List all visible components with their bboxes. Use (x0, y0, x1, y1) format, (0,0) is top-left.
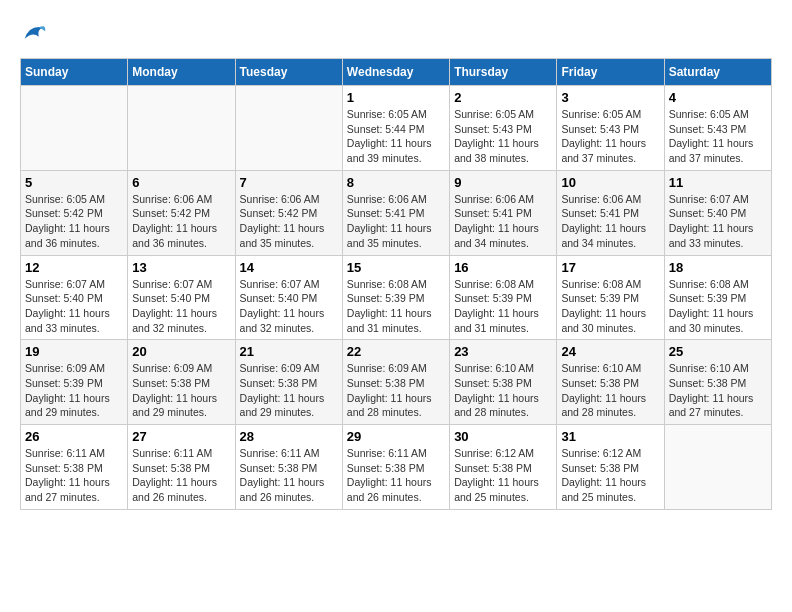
calendar-cell: 7Sunrise: 6:06 AMSunset: 5:42 PMDaylight… (235, 170, 342, 255)
day-number: 23 (454, 344, 552, 359)
day-number: 30 (454, 429, 552, 444)
day-number: 12 (25, 260, 123, 275)
day-info: Sunrise: 6:12 AMSunset: 5:38 PMDaylight:… (454, 446, 552, 505)
day-info: Sunrise: 6:11 AMSunset: 5:38 PMDaylight:… (347, 446, 445, 505)
calendar-week-4: 19Sunrise: 6:09 AMSunset: 5:39 PMDayligh… (21, 340, 772, 425)
day-number: 20 (132, 344, 230, 359)
calendar-table: SundayMondayTuesdayWednesdayThursdayFrid… (20, 58, 772, 510)
day-info: Sunrise: 6:07 AMSunset: 5:40 PMDaylight:… (669, 192, 767, 251)
weekday-header-thursday: Thursday (450, 59, 557, 86)
day-number: 24 (561, 344, 659, 359)
day-info: Sunrise: 6:10 AMSunset: 5:38 PMDaylight:… (561, 361, 659, 420)
day-info: Sunrise: 6:09 AMSunset: 5:38 PMDaylight:… (132, 361, 230, 420)
day-number: 31 (561, 429, 659, 444)
day-info: Sunrise: 6:05 AMSunset: 5:43 PMDaylight:… (669, 107, 767, 166)
day-number: 2 (454, 90, 552, 105)
day-number: 5 (25, 175, 123, 190)
calendar-cell: 11Sunrise: 6:07 AMSunset: 5:40 PMDayligh… (664, 170, 771, 255)
day-info: Sunrise: 6:05 AMSunset: 5:42 PMDaylight:… (25, 192, 123, 251)
day-number: 18 (669, 260, 767, 275)
day-number: 25 (669, 344, 767, 359)
calendar-cell (21, 86, 128, 171)
day-info: Sunrise: 6:11 AMSunset: 5:38 PMDaylight:… (132, 446, 230, 505)
calendar-cell (235, 86, 342, 171)
day-number: 6 (132, 175, 230, 190)
day-info: Sunrise: 6:07 AMSunset: 5:40 PMDaylight:… (132, 277, 230, 336)
day-info: Sunrise: 6:08 AMSunset: 5:39 PMDaylight:… (347, 277, 445, 336)
day-number: 9 (454, 175, 552, 190)
day-number: 1 (347, 90, 445, 105)
day-info: Sunrise: 6:08 AMSunset: 5:39 PMDaylight:… (669, 277, 767, 336)
weekday-header-saturday: Saturday (664, 59, 771, 86)
day-number: 3 (561, 90, 659, 105)
calendar-cell: 25Sunrise: 6:10 AMSunset: 5:38 PMDayligh… (664, 340, 771, 425)
calendar-cell: 8Sunrise: 6:06 AMSunset: 5:41 PMDaylight… (342, 170, 449, 255)
day-info: Sunrise: 6:06 AMSunset: 5:42 PMDaylight:… (240, 192, 338, 251)
calendar-cell: 13Sunrise: 6:07 AMSunset: 5:40 PMDayligh… (128, 255, 235, 340)
day-info: Sunrise: 6:10 AMSunset: 5:38 PMDaylight:… (454, 361, 552, 420)
calendar-cell: 4Sunrise: 6:05 AMSunset: 5:43 PMDaylight… (664, 86, 771, 171)
calendar-cell: 12Sunrise: 6:07 AMSunset: 5:40 PMDayligh… (21, 255, 128, 340)
day-info: Sunrise: 6:08 AMSunset: 5:39 PMDaylight:… (561, 277, 659, 336)
calendar-cell: 31Sunrise: 6:12 AMSunset: 5:38 PMDayligh… (557, 425, 664, 510)
calendar-cell (664, 425, 771, 510)
calendar-week-1: 1Sunrise: 6:05 AMSunset: 5:44 PMDaylight… (21, 86, 772, 171)
logo-bird-icon (20, 20, 48, 48)
day-number: 17 (561, 260, 659, 275)
calendar-cell: 2Sunrise: 6:05 AMSunset: 5:43 PMDaylight… (450, 86, 557, 171)
day-info: Sunrise: 6:10 AMSunset: 5:38 PMDaylight:… (669, 361, 767, 420)
day-info: Sunrise: 6:07 AMSunset: 5:40 PMDaylight:… (240, 277, 338, 336)
calendar-cell: 14Sunrise: 6:07 AMSunset: 5:40 PMDayligh… (235, 255, 342, 340)
calendar-cell: 5Sunrise: 6:05 AMSunset: 5:42 PMDaylight… (21, 170, 128, 255)
calendar-cell: 6Sunrise: 6:06 AMSunset: 5:42 PMDaylight… (128, 170, 235, 255)
day-info: Sunrise: 6:09 AMSunset: 5:38 PMDaylight:… (240, 361, 338, 420)
calendar-cell: 21Sunrise: 6:09 AMSunset: 5:38 PMDayligh… (235, 340, 342, 425)
calendar-cell: 3Sunrise: 6:05 AMSunset: 5:43 PMDaylight… (557, 86, 664, 171)
day-info: Sunrise: 6:06 AMSunset: 5:42 PMDaylight:… (132, 192, 230, 251)
calendar-cell: 27Sunrise: 6:11 AMSunset: 5:38 PMDayligh… (128, 425, 235, 510)
calendar-cell: 20Sunrise: 6:09 AMSunset: 5:38 PMDayligh… (128, 340, 235, 425)
day-number: 11 (669, 175, 767, 190)
day-info: Sunrise: 6:06 AMSunset: 5:41 PMDaylight:… (347, 192, 445, 251)
calendar-cell: 29Sunrise: 6:11 AMSunset: 5:38 PMDayligh… (342, 425, 449, 510)
logo (20, 20, 52, 48)
calendar-cell: 10Sunrise: 6:06 AMSunset: 5:41 PMDayligh… (557, 170, 664, 255)
day-info: Sunrise: 6:11 AMSunset: 5:38 PMDaylight:… (240, 446, 338, 505)
day-info: Sunrise: 6:07 AMSunset: 5:40 PMDaylight:… (25, 277, 123, 336)
day-info: Sunrise: 6:05 AMSunset: 5:44 PMDaylight:… (347, 107, 445, 166)
day-number: 26 (25, 429, 123, 444)
day-number: 29 (347, 429, 445, 444)
day-number: 7 (240, 175, 338, 190)
weekday-header-friday: Friday (557, 59, 664, 86)
day-info: Sunrise: 6:06 AMSunset: 5:41 PMDaylight:… (454, 192, 552, 251)
day-info: Sunrise: 6:12 AMSunset: 5:38 PMDaylight:… (561, 446, 659, 505)
calendar-cell: 1Sunrise: 6:05 AMSunset: 5:44 PMDaylight… (342, 86, 449, 171)
calendar-cell: 24Sunrise: 6:10 AMSunset: 5:38 PMDayligh… (557, 340, 664, 425)
weekday-header-tuesday: Tuesday (235, 59, 342, 86)
weekday-header-wednesday: Wednesday (342, 59, 449, 86)
calendar-cell: 16Sunrise: 6:08 AMSunset: 5:39 PMDayligh… (450, 255, 557, 340)
day-number: 8 (347, 175, 445, 190)
day-info: Sunrise: 6:06 AMSunset: 5:41 PMDaylight:… (561, 192, 659, 251)
calendar-cell: 22Sunrise: 6:09 AMSunset: 5:38 PMDayligh… (342, 340, 449, 425)
day-number: 22 (347, 344, 445, 359)
day-number: 16 (454, 260, 552, 275)
day-number: 28 (240, 429, 338, 444)
weekday-header-row: SundayMondayTuesdayWednesdayThursdayFrid… (21, 59, 772, 86)
calendar-week-2: 5Sunrise: 6:05 AMSunset: 5:42 PMDaylight… (21, 170, 772, 255)
day-info: Sunrise: 6:11 AMSunset: 5:38 PMDaylight:… (25, 446, 123, 505)
calendar-cell: 30Sunrise: 6:12 AMSunset: 5:38 PMDayligh… (450, 425, 557, 510)
day-info: Sunrise: 6:05 AMSunset: 5:43 PMDaylight:… (561, 107, 659, 166)
calendar-cell: 23Sunrise: 6:10 AMSunset: 5:38 PMDayligh… (450, 340, 557, 425)
day-number: 10 (561, 175, 659, 190)
calendar-cell: 18Sunrise: 6:08 AMSunset: 5:39 PMDayligh… (664, 255, 771, 340)
day-number: 19 (25, 344, 123, 359)
day-info: Sunrise: 6:05 AMSunset: 5:43 PMDaylight:… (454, 107, 552, 166)
weekday-header-sunday: Sunday (21, 59, 128, 86)
calendar-week-3: 12Sunrise: 6:07 AMSunset: 5:40 PMDayligh… (21, 255, 772, 340)
calendar-week-5: 26Sunrise: 6:11 AMSunset: 5:38 PMDayligh… (21, 425, 772, 510)
calendar-cell: 28Sunrise: 6:11 AMSunset: 5:38 PMDayligh… (235, 425, 342, 510)
day-number: 13 (132, 260, 230, 275)
calendar-cell: 26Sunrise: 6:11 AMSunset: 5:38 PMDayligh… (21, 425, 128, 510)
day-info: Sunrise: 6:08 AMSunset: 5:39 PMDaylight:… (454, 277, 552, 336)
